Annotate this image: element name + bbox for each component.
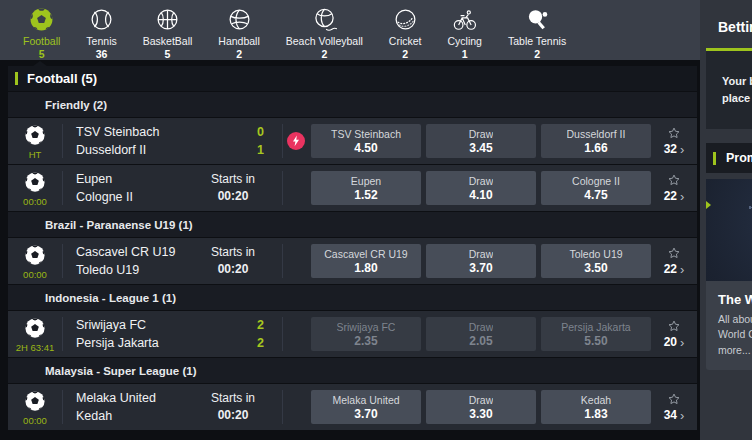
odds-button[interactable]: Draw 3.45 — [426, 124, 536, 158]
markets-count[interactable]: 20 › — [664, 335, 685, 349]
sport-tab-tennis[interactable]: Tennis 36 — [73, 0, 129, 60]
league-header-label: Malaysia - Super League (1) — [45, 365, 196, 377]
promotions-header: Promotions — [706, 143, 752, 173]
match-info[interactable]: TSV Steinbach Dusseldorf II 0 1 — [63, 118, 282, 164]
odds-label: Draw — [469, 321, 494, 333]
beach-volleyball-icon — [312, 7, 337, 32]
sport-tab-count: 2 — [402, 48, 408, 60]
league-section: Brazil - Paranaense U19 (1) 00:00 Cascav… — [8, 212, 697, 284]
home-team-name: TSV Steinbach — [76, 123, 202, 141]
favorite-markets-cell: 20 › — [651, 311, 697, 357]
sport-header-accent — [15, 72, 18, 85]
odds-button[interactable]: Cologne II 4.75 — [541, 171, 651, 205]
sport-tab-count: 36 — [96, 48, 108, 60]
match-info[interactable]: Melaka United Kedah Starts in 00:20 — [63, 384, 282, 430]
star-icon[interactable] — [667, 126, 681, 140]
league-header[interactable]: Brazil - Paranaense U19 (1) — [8, 212, 697, 237]
star-icon[interactable] — [667, 319, 681, 333]
match-row: 2H 63:41 Sriwijaya FC Persija Jakarta 2 … — [8, 311, 697, 357]
odds-value: 3.45 — [469, 141, 492, 155]
sport-tab-cycling[interactable]: Cycling 1 — [435, 0, 495, 60]
odds-label: Cascavel CR U19 — [324, 248, 407, 260]
football-icon — [24, 124, 46, 146]
sport-header-title: Football (5) — [27, 71, 97, 86]
table-tennis-icon — [525, 7, 550, 32]
sport-tab-label: Football — [23, 35, 60, 47]
odds-label: Draw — [469, 175, 494, 187]
away-team-name: Dusseldorf II — [76, 141, 202, 159]
league-section: Malaysia - Super League (1) 00:00 Melaka… — [8, 358, 697, 430]
odds-button[interactable]: Eupen 1.52 — [311, 171, 421, 205]
odds-value: 3.50 — [584, 261, 607, 275]
match-clock: 00:00 — [23, 196, 47, 207]
odds-value: 3.30 — [469, 407, 492, 421]
promo-card[interactable]: The World Cup All about the World Cup an… — [706, 179, 752, 370]
odds-button[interactable]: Draw 3.70 — [426, 244, 536, 278]
odds-button[interactable]: Toledo U19 3.50 — [541, 244, 651, 278]
home-team-name: Cascavel CR U19 — [76, 243, 184, 261]
live-badge-slot — [283, 311, 309, 357]
star-icon[interactable] — [667, 392, 681, 406]
odds-button[interactable]: Melaka United 3.70 — [311, 390, 421, 424]
match-sport-cell: 00:00 — [8, 238, 62, 284]
markets-count[interactable]: 32 › — [664, 142, 685, 156]
match-info[interactable]: Cascavel CR U19 Toledo U19 Starts in 00:… — [63, 238, 282, 284]
match-teams: Eupen Cologne II — [63, 170, 184, 206]
home-team-name: Melaka United — [76, 389, 184, 407]
odds-button[interactable]: TSV Steinbach 4.50 — [311, 124, 421, 158]
chevron-right-icon: › — [680, 190, 684, 203]
star-icon[interactable] — [667, 173, 681, 187]
odds-value: 1.52 — [354, 188, 377, 202]
odds-button[interactable]: Cascavel CR U19 1.80 — [311, 244, 421, 278]
live-indicator-icon — [287, 132, 305, 150]
markets-count-number: 20 — [664, 335, 677, 349]
live-badge-slot — [283, 238, 309, 284]
starts-in-label: Starts in — [184, 171, 282, 188]
league-header-label: Brazil - Paranaense U19 (1) — [45, 219, 193, 231]
odds-button[interactable]: Draw 2.05 — [426, 317, 536, 351]
sport-tab-cricket[interactable]: Cricket 2 — [376, 0, 435, 60]
match-sport-cell: 2H 63:41 — [8, 311, 62, 357]
sport-tab-count: 5 — [39, 48, 45, 60]
match-info[interactable]: Eupen Cologne II Starts in 00:20 — [63, 165, 282, 211]
favorite-markets-cell: 22 › — [651, 238, 697, 284]
sport-tab-table-tennis[interactable]: Table Tennis 2 — [495, 0, 579, 60]
markets-count[interactable]: 34 › — [664, 408, 685, 422]
odds-group: Melaka United 3.70 Draw 3.30 Kedah 1.83 — [311, 384, 651, 430]
odds-label: Draw — [469, 394, 494, 406]
league-section: Indonesia - League 1 (1) 2H 63:41 Sriwij… — [8, 285, 697, 357]
markets-count[interactable]: 22 › — [664, 189, 685, 203]
sport-tab-handball[interactable]: Handball 2 — [205, 0, 272, 60]
starts-in-time: 00:20 — [184, 188, 282, 205]
odds-button[interactable]: Persija Jakarta 5.50 — [541, 317, 651, 351]
odds-button[interactable]: Kedah 1.83 — [541, 390, 651, 424]
sport-tab-football[interactable]: Football 5 — [10, 0, 73, 60]
odds-button[interactable]: Draw 3.30 — [426, 390, 536, 424]
sport-tab-beach-volleyball[interactable]: Beach Volleyball 2 — [273, 0, 376, 60]
betslip-empty-panel: Your betslip is empty. To place a bet, s… — [706, 48, 752, 129]
betslip-empty-text: Your betslip is empty. To place a bet, s… — [722, 73, 752, 107]
star-icon[interactable] — [667, 246, 681, 260]
promo-card-body: The World Cup All about the World Cup an… — [706, 281, 752, 370]
league-header[interactable]: Malaysia - Super League (1) — [8, 358, 697, 383]
odds-group: Eupen 1.52 Draw 4.10 Cologne II 4.75 — [311, 165, 651, 211]
odds-button[interactable]: Dusseldorf II 1.66 — [541, 124, 651, 158]
odds-button[interactable]: Sriwijaya FC 2.35 — [311, 317, 421, 351]
away-team-name: Cologne II — [76, 188, 184, 206]
odds-label: Dusseldorf II — [567, 128, 626, 140]
chevron-right-icon: › — [680, 409, 684, 422]
sport-tab-basketball[interactable]: BasketBall 5 — [130, 0, 206, 60]
markets-count[interactable]: 22 › — [664, 262, 685, 276]
league-header[interactable]: Friendly (2) — [8, 92, 697, 117]
match-starts: Starts in 00:20 — [184, 171, 282, 205]
starts-in-label: Starts in — [184, 244, 282, 261]
league-header[interactable]: Indonesia - League 1 (1) — [8, 285, 697, 310]
football-icon — [24, 317, 46, 339]
odds-value: 1.80 — [354, 261, 377, 275]
match-sport-cell: HT — [8, 118, 62, 164]
match-info[interactable]: Sriwijaya FC Persija Jakarta 2 2 — [63, 311, 282, 357]
league-header-label: Indonesia - League 1 (1) — [45, 292, 176, 304]
favorite-markets-cell: 32 › — [651, 118, 697, 164]
odds-button[interactable]: Draw 4.10 — [426, 171, 536, 205]
promotions-header-accent — [713, 152, 716, 165]
